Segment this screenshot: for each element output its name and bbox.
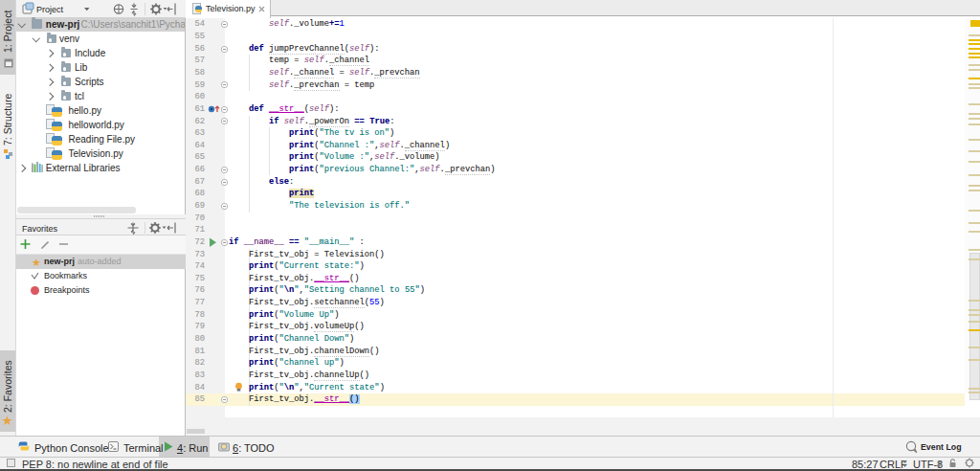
svg-text:Favorites: Favorites	[22, 224, 58, 234]
svg-text:Project: Project	[36, 5, 64, 14]
